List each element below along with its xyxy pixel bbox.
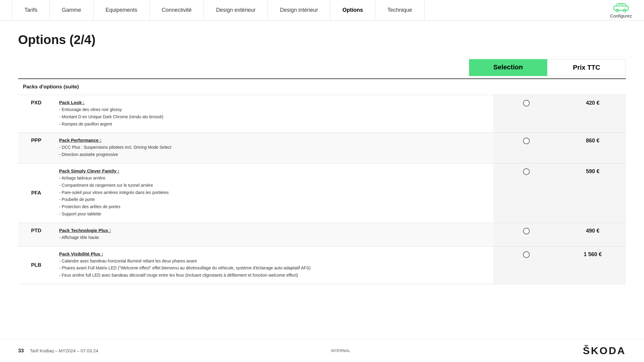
- row-desc-ptd: Pack Technologie Plus : - Affichage tête…: [54, 223, 326, 246]
- footer-page-number: 33: [18, 348, 24, 354]
- row-desc-pxd: Pack Look : - Entourage des vitres noir …: [54, 95, 326, 133]
- nav-item-gamme[interactable]: Gamme: [50, 0, 94, 20]
- spacer-plb: [326, 246, 493, 284]
- footer-internal-label: INTERNAL: [331, 348, 350, 353]
- row-code-pxd: PXD: [18, 95, 54, 133]
- prix-pxd: 420 €: [560, 95, 626, 133]
- nav-item-options[interactable]: Options: [330, 0, 375, 20]
- options-table: Packs d'options (suite) PXD Pack Look : …: [18, 78, 626, 284]
- page-footer: 33 Tarif Kodiaq – MY2024 – 07.03.24 INTE…: [0, 339, 644, 362]
- row-code-ppp: PPP: [18, 133, 54, 164]
- prix-ppp: 860 €: [560, 133, 626, 164]
- skoda-logo: ŠKODA: [583, 345, 626, 357]
- selection-plb[interactable]: [493, 246, 560, 284]
- navigation: Tarifs Gamme Equipements Connectivité De…: [0, 0, 644, 21]
- col-headers-container: Selection Prix TTC: [469, 59, 626, 76]
- car-icon: [613, 2, 629, 13]
- nav-items: Tarifs Gamme Equipements Connectivité De…: [12, 0, 601, 20]
- row-desc-plb: Pack Visibilité Plus : - Calandre avec b…: [54, 246, 326, 284]
- table-row: PPP Pack Performance : - DCC Plus : Susp…: [18, 133, 626, 164]
- table-row: PFA Pack Simply Clever Family : - Airbag…: [18, 163, 626, 223]
- row-code-plb: PLB: [18, 246, 54, 284]
- radio-circle-pfa[interactable]: [523, 168, 530, 175]
- nav-item-technique[interactable]: Technique: [375, 0, 424, 20]
- table-row: PLB Pack Visibilité Plus : - Calandre av…: [18, 246, 626, 284]
- row-code-ptd: PTD: [18, 223, 54, 246]
- spacer-pfa: [326, 163, 493, 223]
- pack-desc-ptd: - Affichage tête haute: [59, 234, 321, 241]
- configurez-button[interactable]: Configurez: [610, 2, 632, 18]
- section-label-row: Packs d'options (suite): [18, 79, 626, 95]
- prix-pfa: 590 €: [560, 163, 626, 223]
- pack-name-pfa: Pack Simply Clever Family :: [59, 168, 321, 173]
- nav-item-design-ext[interactable]: Design extérieur: [204, 0, 268, 20]
- pack-name-ptd: Pack Technologie Plus :: [59, 228, 321, 233]
- selection-pxd[interactable]: [493, 95, 560, 133]
- prix-plb: 1 560 €: [560, 246, 626, 284]
- pack-desc-plb: - Calandre avec bandeau horizontal illum…: [59, 258, 321, 279]
- col-header-prix: Prix TTC: [547, 59, 626, 76]
- selection-ppp[interactable]: [493, 133, 560, 164]
- pack-desc-pfa: - Airbags latéraux arrière- Compartiment…: [59, 175, 321, 218]
- spacer-pxd: [326, 95, 493, 133]
- page-content: Options (2/4) Selection Prix TTC Packs d…: [0, 21, 644, 302]
- col-header-selection: Selection: [469, 59, 547, 76]
- footer-left: 33 Tarif Kodiaq – MY2024 – 07.03.24: [18, 348, 98, 354]
- radio-circle-pxd[interactable]: [523, 100, 530, 106]
- table-row: PXD Pack Look : - Entourage des vitres n…: [18, 95, 626, 133]
- column-headers: Selection Prix TTC: [18, 59, 626, 76]
- section-label: Packs d'options (suite): [18, 79, 626, 95]
- selection-pfa[interactable]: [493, 163, 560, 223]
- radio-circle-ptd[interactable]: [523, 228, 530, 234]
- page-title: Options (2/4): [18, 33, 626, 47]
- row-desc-ppp: Pack Performance : - DCC Plus : Suspensi…: [54, 133, 326, 164]
- prix-ptd: 490 €: [560, 223, 626, 246]
- pack-name-plb: Pack Visibilité Plus :: [59, 251, 321, 256]
- configurez-label: Configurez: [610, 13, 632, 18]
- spacer-ptd: [326, 223, 493, 246]
- nav-item-connectivite[interactable]: Connectivité: [150, 0, 204, 20]
- row-desc-pfa: Pack Simply Clever Family : - Airbags la…: [54, 163, 326, 223]
- pack-desc-pxd: - Entourage des vitres noir glossy- Mont…: [59, 106, 321, 128]
- pack-desc-ppp: - DCC Plus : Suspensions pilotées incl. …: [59, 144, 321, 158]
- row-code-pfa: PFA: [18, 163, 54, 223]
- table-row: PTD Pack Technologie Plus : - Affichage …: [18, 223, 626, 246]
- pack-name-ppp: Pack Performance :: [59, 138, 321, 143]
- pack-name-pxd: Pack Look :: [59, 100, 321, 105]
- spacer-ppp: [326, 133, 493, 164]
- nav-item-tarifs[interactable]: Tarifs: [12, 0, 50, 20]
- selection-ptd[interactable]: [493, 223, 560, 246]
- radio-circle-ppp[interactable]: [523, 138, 530, 144]
- footer-doc-title: Tarif Kodiaq – MY2024 – 07.03.24: [30, 348, 98, 353]
- nav-item-equipements[interactable]: Equipements: [94, 0, 150, 20]
- radio-circle-plb[interactable]: [523, 251, 530, 258]
- nav-item-design-int[interactable]: Design intérieur: [268, 0, 330, 20]
